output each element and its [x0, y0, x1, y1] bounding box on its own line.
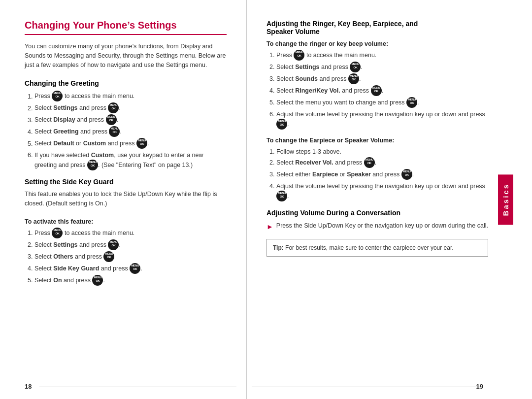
list-item: Select the menu you want to change and p… [276, 98, 488, 108]
menu-btn-icon: MENUOK [276, 191, 287, 201]
intro-text: You can customize many of your phone’s f… [25, 42, 227, 69]
list-item: Select Side Key Guard and press MENUOK. [34, 264, 227, 274]
list-item: Select Settings and press MENUOK. [276, 62, 488, 73]
ringer-list: Press MENUOK to access the main menu. Se… [276, 50, 488, 130]
menu-btn-icon: MENUOK [103, 251, 114, 262]
section-heading-conversation: Adjusting Volume During a Conversation [266, 209, 488, 217]
menu-btn-icon: MENUOK [401, 169, 412, 180]
list-item: Select Display and press MENUOK. [34, 115, 227, 126]
tip-box: Tip: For best results, make sure to cent… [266, 239, 488, 257]
menu-btn-icon: MENUOK [294, 50, 304, 61]
sub-heading-activate: To activate this feature: [25, 218, 227, 225]
conversation-section: ► Press the Side Up/Down Key or the navi… [266, 221, 488, 232]
list-item: Select On and press MENUOK. [34, 275, 227, 286]
list-item: If you have selected Custom, use your ke… [34, 150, 227, 171]
list-item: Select Settings and press MENUOK. [34, 240, 227, 251]
main-heading: Adjusting the Ringer, Key Beep, Earpiece… [266, 20, 488, 35]
list-item: Press MENUOK to access the main menu. [276, 50, 488, 61]
list-item: Adjust the volume level by pressing the … [276, 181, 488, 202]
section-heading-greeting: Changing the Greeting [25, 79, 227, 87]
earpiece-list: Follow steps 1-3 above. Select Receiver … [276, 147, 488, 202]
menu-btn-icon: MENUOK [136, 138, 147, 149]
bullet-item: ► Press the Side Up/Down Key or the navi… [266, 221, 488, 232]
menu-btn-icon: MENUOK [52, 91, 63, 101]
list-item: Select Receiver Vol. and press MENUOK. [276, 158, 488, 168]
menu-btn-icon: MENUOK [348, 73, 359, 84]
menu-btn-icon: MENUOK [109, 126, 120, 137]
menu-btn-icon: MENUOK [350, 62, 361, 72]
page-number-right: 19 [476, 383, 483, 390]
page-title: Changing Your Phone’s Settings [25, 20, 227, 35]
page-divider [39, 387, 236, 387]
menu-btn-icon: MENUOK [108, 239, 119, 250]
basics-tab: Basics [498, 174, 513, 225]
page-divider-right [252, 387, 483, 387]
left-page: Changing Your Phone’s Settings You can c… [0, 0, 246, 399]
menu-btn-icon: MENUOK [87, 160, 98, 170]
list-item: Select Default or Custom and press MENUO… [34, 138, 227, 149]
section-heading-side-key: Setting the Side Key Guard [25, 178, 227, 186]
menu-btn-icon: MENUOK [276, 119, 287, 130]
menu-btn-icon: MENUOK [371, 85, 382, 96]
bullet-arrow-icon: ► [266, 221, 273, 232]
side-key-description: This feature enables you to lock the Sid… [25, 190, 227, 208]
greeting-list: Press MENUOK to access the main menu. Se… [34, 91, 227, 171]
list-item: Select Sounds and press MENUOK. [276, 74, 488, 85]
list-item: Press MENUOK to access the main menu. [34, 91, 227, 102]
tip-text: Tip: For best results, make sure to cent… [273, 244, 454, 251]
list-item: Select Greeting and press MENUOK. [34, 127, 227, 137]
right-page: Adjusting the Ringer, Key Beep, Earpiece… [247, 0, 513, 399]
sub-heading-ringer: To change the ringer or key beep volume: [266, 40, 488, 47]
menu-btn-icon: MENUOK [406, 97, 417, 108]
list-item: Select either Earpiece or Speaker and pr… [276, 169, 488, 180]
list-item: Select Settings and press MENUOK. [34, 103, 227, 114]
conversation-text: Press the Side Up/Down Key or the naviga… [276, 221, 488, 231]
menu-btn-icon: MENUOK [108, 102, 119, 113]
list-item: Press MENUOK to access the main menu. [34, 228, 227, 239]
page-number-left: 18 [25, 383, 32, 390]
list-item: Follow steps 1-3 above. [276, 147, 488, 157]
menu-btn-icon: MENUOK [52, 228, 63, 238]
side-key-list: Press MENUOK to access the main menu. Se… [34, 228, 227, 286]
sub-heading-earpiece: To change the Earpiece or Speaker Volume… [266, 137, 488, 144]
list-item: Select Others and press MENUOK [34, 252, 227, 263]
list-item: Select Ringer/Key Vol. and press MENUOK. [276, 86, 488, 97]
list-item: Adjust the volume level by pressing the … [276, 109, 488, 130]
menu-btn-icon: MENUOK [92, 275, 103, 286]
menu-btn-icon: MENUOK [364, 157, 375, 168]
basics-tab-container: Basics [498, 0, 513, 399]
menu-btn-icon: MENUOK [130, 263, 140, 274]
menu-btn-icon: MENUOK [106, 114, 117, 125]
